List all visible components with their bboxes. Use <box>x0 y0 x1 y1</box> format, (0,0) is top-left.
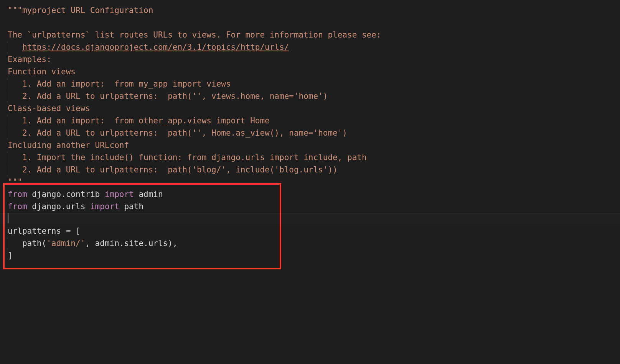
code-token: 1. Add an import: from my_app import vie… <box>8 79 231 89</box>
code-token: import <box>90 202 119 211</box>
code-token: urlpatterns = [ <box>8 226 81 236</box>
code-token: path <box>119 202 143 211</box>
code-line[interactable]: 1. Import the include() function: from d… <box>8 152 620 164</box>
code-line[interactable]: Function views <box>8 66 620 78</box>
code-token: """ <box>8 177 22 187</box>
code-token: django.contrib <box>27 190 105 199</box>
code-token: from <box>8 202 27 211</box>
code-line[interactable]: https://docs.djangoproject.com/en/3.1/to… <box>8 41 620 54</box>
code-line[interactable]: """myproject URL Configuration <box>8 5 620 17</box>
code-line[interactable]: """ <box>8 176 620 189</box>
code-token: , admin.site.urls), <box>85 239 177 248</box>
code-token: 1. Add an import: from other_app.views i… <box>8 116 270 125</box>
code-token: path( <box>8 239 46 248</box>
code-token: Class-based views <box>8 104 90 113</box>
text-caret <box>8 213 8 223</box>
code-token: Function views <box>8 67 76 76</box>
code-line[interactable]: 2. Add a URL to urlpatterns: path('', vi… <box>8 90 620 103</box>
code-token: The `urlpatterns` list routes URLs to vi… <box>8 30 381 39</box>
code-line[interactable]: Class-based views <box>8 103 620 115</box>
code-token: import <box>105 190 134 199</box>
code-editor[interactable]: """myproject URL ConfigurationThe `urlpa… <box>8 5 620 262</box>
code-token: from <box>8 190 27 199</box>
code-line[interactable] <box>8 17 620 29</box>
code-token <box>8 43 22 52</box>
code-token: 'admin/' <box>46 239 85 248</box>
code-token: """myproject URL Configuration <box>8 6 153 15</box>
code-line[interactable]: path('admin/', admin.site.urls), <box>8 238 620 250</box>
code-line[interactable]: 2. Add a URL to urlpatterns: path('', Ho… <box>8 127 620 139</box>
code-line[interactable]: Examples: <box>8 54 620 66</box>
code-token: 2. Add a URL to urlpatterns: path('', Ho… <box>8 128 347 138</box>
code-line[interactable] <box>8 213 620 225</box>
code-line[interactable]: urlpatterns = [ <box>8 225 620 238</box>
code-token: django.urls <box>27 202 90 211</box>
code-line[interactable]: from django.contrib import admin <box>8 189 620 201</box>
code-line[interactable]: from django.urls import path <box>8 201 620 213</box>
code-token: admin <box>134 190 163 199</box>
code-token: 1. Import the include() function: from d… <box>8 153 367 162</box>
code-line[interactable]: Including another URLconf <box>8 139 620 152</box>
code-token: Examples: <box>8 55 51 64</box>
code-line[interactable]: 1. Add an import: from other_app.views i… <box>8 115 620 127</box>
code-token: https://docs.djangoproject.com/en/3.1/to… <box>22 43 289 52</box>
code-line[interactable]: ] <box>8 250 620 262</box>
code-token: ] <box>8 251 13 260</box>
code-token: Including another URLconf <box>8 141 129 150</box>
code-line[interactable]: 2. Add a URL to urlpatterns: path('blog/… <box>8 164 620 176</box>
code-line[interactable]: 1. Add an import: from my_app import vie… <box>8 78 620 90</box>
code-token: 2. Add a URL to urlpatterns: path('', vi… <box>8 92 328 101</box>
code-line[interactable]: The `urlpatterns` list routes URLs to vi… <box>8 29 620 41</box>
code-token: 2. Add a URL to urlpatterns: path('blog/… <box>8 165 338 174</box>
